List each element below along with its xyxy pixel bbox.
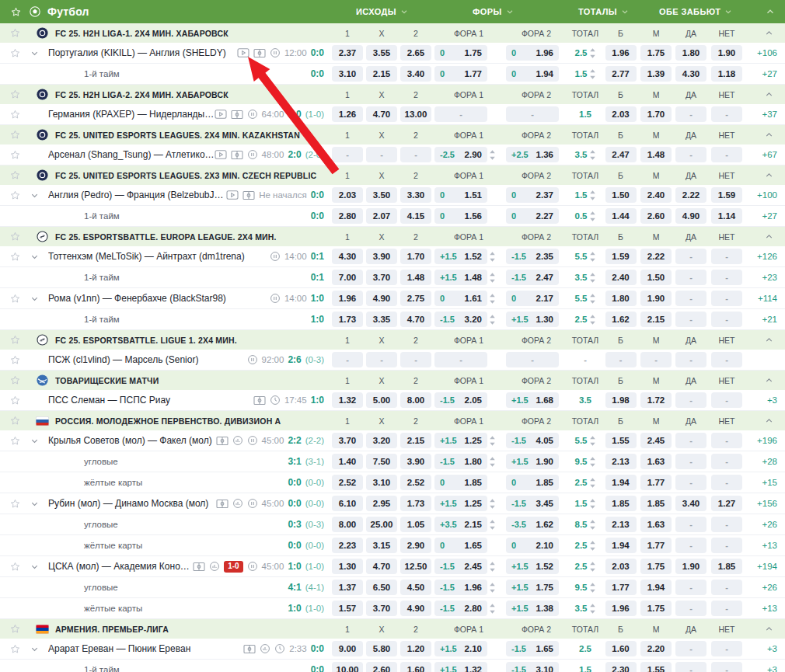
pause-icon[interactable] [247, 354, 258, 365]
odds-cell-1[interactable]: 1.96 [330, 288, 365, 308]
spinner-icon[interactable] [589, 561, 596, 573]
collapse-league-icon[interactable] [745, 165, 785, 185]
handicap2-cell[interactable]: - [504, 104, 568, 124]
spinner-icon[interactable] [489, 603, 496, 615]
handicap2-cell[interactable]: 01.85 [504, 472, 568, 493]
favorite-star-icon[interactable] [0, 334, 30, 346]
handicap1-cell[interactable]: -1.51.80 [433, 451, 504, 472]
handicap1-cell[interactable]: 01.51 [433, 185, 504, 205]
under-cell[interactable]: 1.55 [639, 660, 673, 672]
spinner-icon[interactable] [589, 293, 596, 305]
odds-cell-1[interactable]: - [330, 350, 365, 370]
odds-cell-x[interactable]: 3.35 [365, 309, 399, 329]
handicap1-cell[interactable]: +1.51.25 [433, 430, 504, 451]
both-no-cell[interactable]: - [709, 144, 745, 165]
odds-cell-2[interactable]: 3.30 [399, 185, 433, 205]
both-no-cell[interactable]: - [709, 514, 745, 534]
handicap1-cell[interactable]: 01.61 [433, 288, 504, 308]
over-cell[interactable]: 1.98 [602, 390, 639, 410]
under-cell[interactable]: 1.77 [639, 472, 673, 493]
total-cell[interactable]: 1.5 [568, 64, 602, 84]
pitch-icon[interactable] [231, 110, 243, 120]
odds-cell-1[interactable]: 4.30 [330, 246, 365, 266]
favorite-star-icon[interactable] [0, 47, 30, 59]
over-cell[interactable]: 2.40 [602, 267, 639, 287]
odds-cell-1[interactable]: 3.70 [330, 430, 365, 451]
handicap1-cell[interactable]: - [433, 104, 504, 124]
handicap1-cell[interactable]: +1.51.25 [433, 493, 504, 514]
match-name[interactable]: ЦСКА (мол) — Академия Коноплев… [48, 561, 193, 572]
more-markets-link[interactable]: +21 [745, 309, 785, 329]
spinner-icon[interactable] [589, 435, 596, 447]
both-no-cell[interactable]: - [709, 390, 745, 410]
total-cell[interactable]: 5.5 [568, 430, 602, 451]
more-markets-link[interactable]: +3 [745, 639, 785, 659]
spinner-icon[interactable] [589, 47, 596, 59]
under-cell[interactable]: 1.90 [639, 288, 673, 308]
both-yes-cell[interactable]: 4.30 [673, 64, 709, 84]
favorite-star-icon[interactable] [0, 374, 30, 386]
favorite-star-icon[interactable] [0, 415, 30, 427]
match-name[interactable]: Португалия (KIKILL) — Англия (SHELDY) [48, 47, 237, 58]
odds-cell-1[interactable]: 3.10 [330, 64, 365, 84]
more-markets-link[interactable]: +3 [745, 660, 785, 672]
spinner-icon[interactable] [589, 582, 596, 594]
more-markets-link[interactable]: +15 [745, 472, 785, 493]
under-cell[interactable]: 1.70 [639, 104, 673, 124]
over-cell[interactable]: 1.50 [602, 185, 639, 205]
both-yes-cell[interactable]: - [673, 535, 709, 555]
both-yes-cell[interactable]: - [673, 598, 709, 618]
both-yes-cell[interactable]: - [673, 288, 709, 308]
under-cell[interactable]: 1.63 [639, 451, 673, 472]
more-markets-link[interactable]: +126 [745, 246, 785, 266]
league-title[interactable]: FC 25. ESPORTSBATTLE. LIGUE 1. 2X4 МИН. [55, 336, 330, 345]
pitch-icon[interactable] [242, 190, 255, 200]
total-cell[interactable]: 3.5 [568, 144, 602, 165]
favorite-star-icon[interactable] [0, 129, 30, 141]
match-name[interactable]: Арарат Ереван — Пюник Ереван [48, 643, 243, 654]
odds-cell-2[interactable]: 1.73 [399, 493, 433, 514]
spinner-icon[interactable] [589, 251, 596, 263]
both-yes-cell[interactable]: 4.90 [673, 206, 709, 226]
total-cell[interactable]: 2.5 [568, 556, 602, 576]
video-icon[interactable] [215, 109, 227, 120]
total-cell[interactable]: 5.5 [568, 288, 602, 308]
under-cell[interactable]: 1.75 [639, 598, 673, 618]
more-markets-link[interactable]: +3 [745, 390, 785, 410]
total-cell[interactable]: 2.5 [568, 472, 602, 493]
spinner-icon[interactable] [589, 190, 596, 201]
spinner-icon[interactable] [589, 519, 596, 531]
under-cell[interactable]: 1.85 [639, 493, 673, 514]
under-cell[interactable]: 1.77 [639, 535, 673, 555]
collapse-league-icon[interactable] [745, 619, 785, 639]
expand-chevron-icon[interactable] [30, 190, 48, 200]
odds-cell-x[interactable]: 5.00 [365, 390, 399, 410]
over-cell[interactable]: 1.96 [602, 43, 639, 63]
odds-cell-x[interactable]: 5.80 [365, 639, 399, 659]
both-no-cell[interactable]: - [709, 104, 745, 124]
total-cell[interactable]: 1.5 [568, 185, 602, 205]
odds-cell-1[interactable]: 10.00 [330, 660, 365, 672]
spinner-icon[interactable] [489, 314, 496, 326]
odds-cell-2[interactable]: 4.15 [399, 206, 433, 226]
both-yes-cell[interactable]: - [673, 104, 709, 124]
match-name[interactable]: ПСЖ (cl1vlind) — Марсель (Senior) [48, 354, 247, 365]
under-cell[interactable]: 2.40 [639, 185, 673, 205]
pause-icon[interactable] [247, 561, 258, 572]
favorite-star-icon[interactable] [0, 354, 30, 366]
spinner-icon[interactable] [589, 314, 596, 326]
odds-cell-x[interactable]: 3.50 [365, 185, 399, 205]
over-cell[interactable]: 2.13 [602, 514, 639, 534]
spinner-icon[interactable] [589, 603, 596, 615]
more-markets-link[interactable]: +67 [745, 144, 785, 165]
under-cell[interactable]: 1.75 [639, 43, 673, 63]
favorite-star-icon[interactable] [0, 623, 30, 635]
group-outcomes[interactable]: ИСХОДЫ [356, 0, 409, 23]
handicap1-cell[interactable]: -1.51.96 [433, 577, 504, 597]
over-cell[interactable]: 2.03 [602, 104, 639, 124]
odds-cell-x[interactable]: 3.15 [365, 535, 399, 555]
total-cell[interactable]: 2.5 [568, 639, 602, 659]
both-yes-cell[interactable]: - [673, 390, 709, 410]
total-cell[interactable]: - [568, 350, 602, 370]
pitch-icon[interactable] [193, 562, 205, 572]
